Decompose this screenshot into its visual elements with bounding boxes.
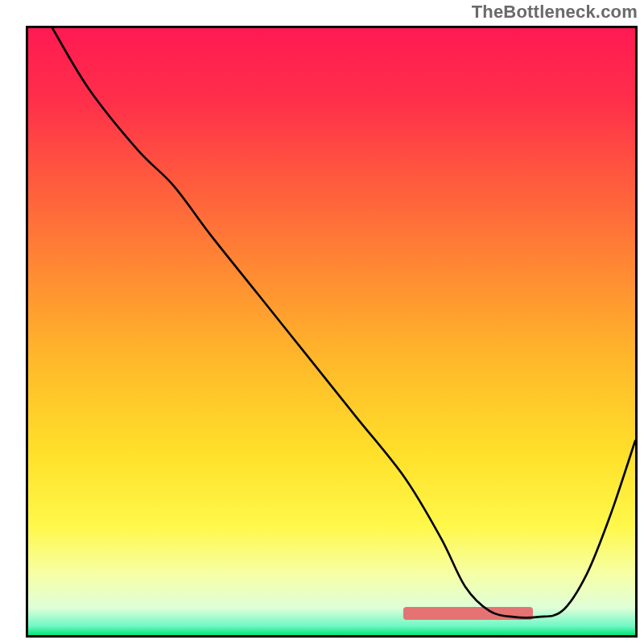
plot-frame bbox=[26, 26, 638, 638]
chart-root: TheBottleneck.com bbox=[0, 0, 644, 644]
watermark-text: TheBottleneck.com bbox=[472, 2, 638, 23]
bottleneck-curve bbox=[28, 28, 635, 635]
